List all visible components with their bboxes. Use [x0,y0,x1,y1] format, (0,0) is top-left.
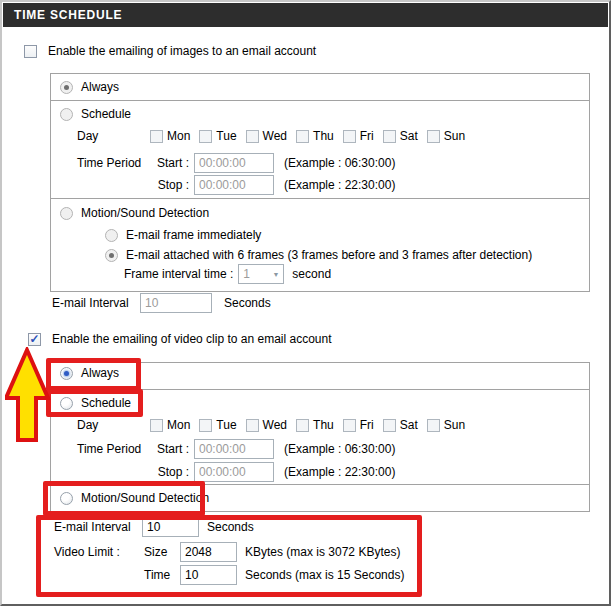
day-item-sat: Sat [383,129,418,143]
start-example-text: (Example : 06:30:00) [284,442,395,456]
day-item-sun: Sun [427,129,465,143]
time-schedule-page: TIME SCHEDULE Enable the emailing of ima… [0,0,611,606]
email-interval-unit: Seconds [207,520,254,534]
day-item-fri: Fri [343,418,374,432]
image-email-always-row: Always [60,78,119,96]
day-label-wed: Wed [263,418,287,432]
video-limit-size-input[interactable] [180,542,237,562]
video-limit-time-row: Time Seconds (max is 15 Seconds) [54,564,404,586]
day-label-thu: Thu [313,129,334,143]
day-label-mon: Mon [167,129,190,143]
day-checkbox-thu[interactable] [296,419,309,432]
stop-label: Stop : [150,178,194,192]
day-checkbox-sat[interactable] [383,130,396,143]
video-email-always-groupbox [50,362,590,390]
email-interval-unit: Seconds [224,296,271,310]
size-label: Size [144,545,180,559]
day-checkbox-fri[interactable] [343,130,356,143]
video-email-always-row: Always [60,364,119,382]
video-email-schedule-radio[interactable] [60,397,73,410]
image-email-motion-row: Motion/Sound Detection [60,204,209,222]
day-checkbox-wed[interactable] [246,419,259,432]
stop-label: Stop : [150,465,194,479]
start-label: Start : [150,442,194,456]
time-period-label: Time Period [77,442,150,456]
enable-image-email-row: Enable the emailing of images to an emai… [24,43,316,59]
enable-video-email-row: ✓ Enable the emailing of video clip to a… [28,331,332,347]
video-email-interval-input[interactable] [142,517,199,537]
video-email-start-row: Time Period Start : (Example : 06:30:00) [77,438,395,460]
day-label-fri: Fri [360,418,374,432]
day-checkbox-sun[interactable] [427,419,440,432]
frame-immediately-label: E-mail frame immediately [126,228,261,242]
time-note: Seconds (max is 15 Seconds) [245,568,404,582]
day-label-mon: Mon [167,418,190,432]
day-item-sun: Sun [427,418,465,432]
day-label-sat: Sat [400,129,418,143]
day-label-tue: Tue [216,129,236,143]
image-email-motion-radio[interactable] [60,207,73,220]
day-checkbox-sat[interactable] [383,419,396,432]
day-label-fri: Fri [360,129,374,143]
day-item-tue: Tue [199,418,236,432]
image-email-always-label: Always [81,80,119,94]
pointer-arrow-icon [5,347,51,444]
time-label: Time [144,568,180,582]
image-email-interval-input[interactable] [140,293,212,313]
day-item-wed: Wed [246,129,287,143]
image-email-stop-input[interactable] [194,175,274,195]
email-interval-label: E-mail Interval [52,296,136,310]
enable-image-email-label: Enable the emailing of images to an emai… [48,44,316,58]
day-item-mon: Mon [150,129,190,143]
day-item-thu: Thu [296,129,334,143]
day-label-tue: Tue [216,418,236,432]
frame-immediately-radio[interactable] [105,229,118,242]
day-item-sat: Sat [383,418,418,432]
image-email-motion-label: Motion/Sound Detection [81,206,209,220]
day-item-wed: Wed [246,418,287,432]
image-email-always-radio[interactable] [60,81,73,94]
page-title: TIME SCHEDULE [14,8,122,22]
video-email-motion-radio[interactable] [60,492,73,505]
start-label: Start : [150,156,194,170]
video-email-always-radio[interactable] [60,367,73,380]
video-email-day-row: Day Mon Tue Wed Thu Fri Sat Sun [77,417,474,433]
checkmark-icon: ✓ [29,334,39,344]
video-email-stop-input[interactable] [194,462,274,482]
start-example-text: (Example : 06:30:00) [284,156,395,170]
frame-interval-select[interactable]: 1 ▼ [238,264,284,284]
time-period-label: Time Period [77,156,150,170]
video-email-motion-label: Motion/Sound Detection [81,491,209,505]
video-limit-time-input[interactable] [180,565,237,585]
day-label-wed: Wed [263,129,287,143]
image-email-interval-row: E-mail Interval Seconds [52,292,271,314]
image-email-schedule-label: Schedule [81,107,131,121]
day-checkbox-wed[interactable] [246,130,259,143]
enable-video-email-checkbox[interactable]: ✓ [28,333,41,346]
day-checkbox-mon[interactable] [150,130,163,143]
image-email-start-input[interactable] [194,153,274,173]
image-email-schedule-radio[interactable] [60,108,73,121]
day-checkbox-tue[interactable] [199,419,212,432]
frame-attached-radio[interactable] [105,249,118,262]
day-item-mon: Mon [150,418,190,432]
day-checkbox-thu[interactable] [296,130,309,143]
day-checkbox-mon[interactable] [150,419,163,432]
frame-attached-row: E-mail attached with 6 frames (3 frames … [105,246,532,264]
stop-example-text: (Example : 22:30:00) [284,178,395,192]
day-checkbox-tue[interactable] [199,130,212,143]
frame-attached-label: E-mail attached with 6 frames (3 frames … [126,248,532,262]
video-email-schedule-label: Schedule [81,396,131,410]
day-item-thu: Thu [296,418,334,432]
day-checkbox-fri[interactable] [343,419,356,432]
day-item-tue: Tue [199,129,236,143]
video-email-start-input[interactable] [194,439,274,459]
stop-example-text: (Example : 22:30:00) [284,465,395,479]
video-limit-size-row: Video Limit : Size KBytes (max is 3072 K… [54,541,400,563]
day-checkbox-sun[interactable] [427,130,440,143]
day-label-sat: Sat [400,418,418,432]
day-label: Day [77,418,150,432]
video-email-stop-row: Stop : (Example : 22:30:00) [77,461,395,483]
enable-image-email-checkbox[interactable] [24,45,37,58]
image-email-always-groupbox [50,73,590,101]
